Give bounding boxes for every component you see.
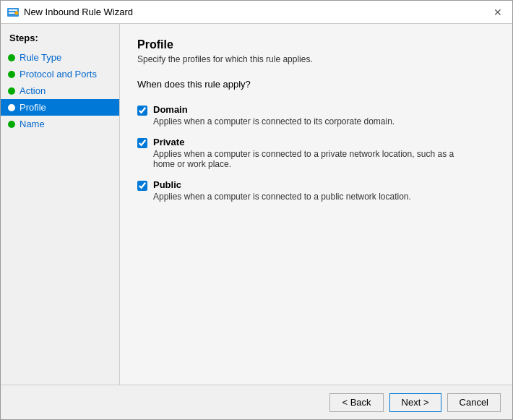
option-row-private: Private Applies when a computer is conne… [137, 137, 495, 169]
private-checkbox[interactable] [137, 138, 147, 148]
public-desc: Applies when a computer is connected to … [153, 192, 411, 202]
back-button[interactable]: < Back [329, 393, 383, 412]
domain-label[interactable]: Domain [153, 104, 395, 115]
main-panel: Profile Specify the profiles for which t… [120, 24, 512, 385]
step-dot-action [8, 87, 15, 95]
bottom-bar: < Back Next > Cancel [1, 385, 512, 419]
sidebar-item-profile[interactable]: Profile [1, 99, 119, 116]
domain-checkbox[interactable] [137, 106, 147, 116]
option-row-domain: Domain Applies when a computer is connec… [137, 104, 495, 127]
sidebar-item-label-protocol-ports: Protocol and Ports [20, 69, 97, 80]
svg-rect-2 [9, 12, 14, 14]
steps-label: Steps: [1, 33, 119, 49]
sidebar-item-label-name: Name [20, 119, 45, 129]
option-row-public: Public Applies when a computer is connec… [137, 179, 495, 202]
step-dot-protocol-ports [8, 71, 15, 78]
title-bar-title: New Inbound Rule Wizard [24, 7, 133, 17]
content-area: Steps: Rule Type Protocol and Ports Acti… [1, 24, 512, 385]
sidebar: Steps: Rule Type Protocol and Ports Acti… [1, 24, 120, 385]
public-checkbox[interactable] [137, 181, 147, 191]
title-bar-left: New Inbound Rule Wizard [7, 6, 133, 19]
sidebar-item-protocol-ports[interactable]: Protocol and Ports [1, 66, 119, 82]
step-dot-name [8, 121, 15, 128]
private-content: Private Applies when a computer is conne… [153, 137, 457, 169]
step-dot-rule-type [8, 54, 15, 61]
title-bar: New Inbound Rule Wizard ✕ [1, 1, 512, 24]
cancel-button[interactable]: Cancel [447, 393, 501, 412]
sidebar-item-label-rule-type: Rule Type [20, 52, 61, 63]
page-title: Profile [137, 38, 495, 51]
firewall-icon [7, 6, 20, 19]
close-button[interactable]: ✕ [489, 4, 506, 21]
sidebar-item-action[interactable]: Action [1, 82, 119, 99]
sidebar-item-label-profile: Profile [20, 102, 46, 113]
next-button[interactable]: Next > [389, 393, 441, 412]
wizard-window: New Inbound Rule Wizard ✕ Steps: Rule Ty… [0, 0, 513, 420]
sidebar-item-name[interactable]: Name [1, 116, 119, 132]
public-content: Public Applies when a computer is connec… [153, 179, 411, 202]
private-label[interactable]: Private [153, 137, 457, 147]
page-subtitle: Specify the profiles for which this rule… [137, 54, 495, 64]
svg-rect-1 [9, 9, 17, 11]
svg-rect-4 [16, 11, 17, 12]
public-label[interactable]: Public [153, 179, 411, 190]
private-desc: Applies when a computer is connected to … [153, 149, 457, 169]
domain-desc: Applies when a computer is connected to … [153, 116, 395, 127]
sidebar-item-label-action: Action [20, 85, 46, 96]
sidebar-item-rule-type[interactable]: Rule Type [1, 49, 119, 66]
domain-content: Domain Applies when a computer is connec… [153, 104, 395, 127]
rule-question: When does this rule apply? [137, 79, 495, 90]
step-dot-profile [8, 104, 15, 111]
